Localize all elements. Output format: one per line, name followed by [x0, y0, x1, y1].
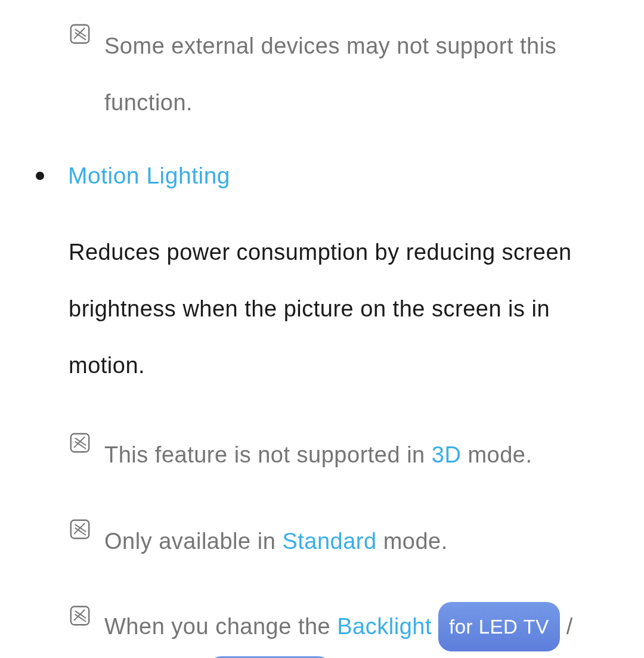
highlight-3d: 3D [432, 442, 462, 467]
separator: / [560, 614, 573, 639]
highlight-backlight: Backlight [337, 614, 432, 639]
note-text-prefix: This feature is not supported in [104, 442, 432, 467]
pill-led-tv: for LED TV [438, 602, 560, 651]
note-icon [69, 604, 91, 627]
note-3d-mode: This feature is not supported in 3D mode… [0, 427, 644, 483]
note-text-prefix: Only available in [104, 529, 282, 554]
svg-rect-1 [71, 433, 89, 451]
description: Reduces power consumption by reducing sc… [0, 224, 644, 394]
heading-motion-lighting: Motion Lighting [0, 161, 644, 191]
bullet-icon [36, 172, 44, 180]
svg-rect-0 [71, 25, 89, 43]
note-text: Some external devices may not support th… [104, 18, 608, 131]
note-text: Only available in Standard mode. [104, 513, 448, 570]
svg-rect-3 [71, 606, 89, 624]
svg-rect-2 [71, 520, 89, 538]
note-text-suffix: mode. [461, 442, 532, 467]
note-text-prefix: When you change the [104, 614, 337, 639]
note-backlight: When you change the Backlight for LED TV… [0, 600, 644, 658]
note-icon [69, 432, 91, 454]
note-text: This feature is not supported in 3D mode… [104, 427, 532, 483]
note-icon [69, 23, 91, 45]
note-external-devices: Some external devices may not support th… [0, 18, 644, 131]
highlight-standard: Standard [282, 529, 376, 554]
heading-text: Motion Lighting [68, 161, 230, 191]
note-icon [69, 518, 91, 541]
note-text-suffix: mode. [377, 529, 448, 554]
note-text: When you change the Backlight for LED TV… [104, 600, 608, 658]
note-standard-mode: Only available in Standard mode. [0, 513, 644, 570]
